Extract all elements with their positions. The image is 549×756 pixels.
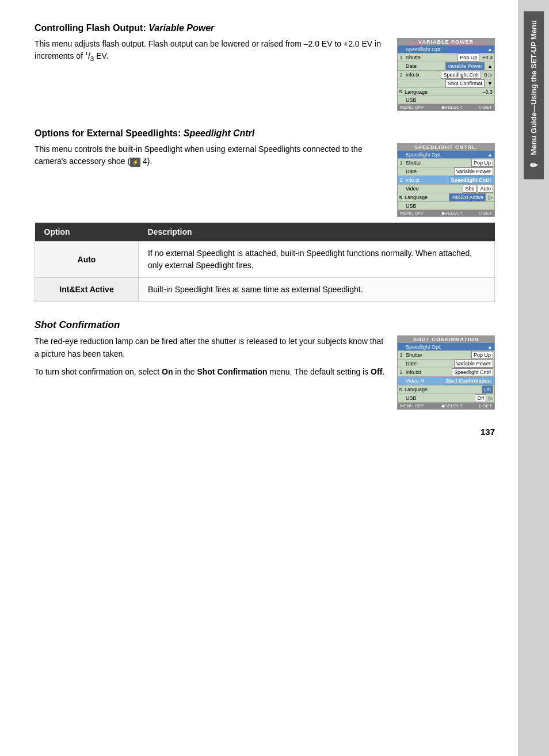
sidebar-tab: ✏ Menu Guide—Using the SET-UP Menu <box>524 12 544 180</box>
vp-row-speedlight: Speedlight Opt. ▲ <box>398 45 494 54</box>
speedlight-text: This menu controls the built-in Speedlig… <box>35 143 386 167</box>
sidebar-label: Menu Guide—Using the SET-UP Menu <box>529 20 538 155</box>
shot-row-2: 2 info.txt Speedlight Cntrl <box>398 368 494 377</box>
shot-screen-title: SHOT CONFIRMATION <box>398 336 494 343</box>
flash-text: This menu adjusts flash output. Flash ou… <box>35 38 386 63</box>
speedlight-option-table: Option Description Auto If no external S… <box>35 223 495 302</box>
shot-row-speedlight: Speedlight Opt. ▲ <box>398 343 494 351</box>
shot-text: The red-eye reduction lamp can be fired … <box>35 335 386 410</box>
description-auto: If no external Speedlight is attached, b… <box>139 242 495 278</box>
speedlight-title-text: Options for External Speedlights: <box>35 128 184 138</box>
vp-row-date: Date Variable Power ▲ <box>398 62 494 71</box>
shot-body: The red-eye reduction lamp can be fired … <box>35 335 495 410</box>
vp-row-language: S Language –0.3 <box>398 88 494 96</box>
shot-row-usb: USB Off ▷ <box>398 394 494 403</box>
flash-title: Controlling Flash Output: Variable Power <box>35 23 495 33</box>
shot-screen: SHOT CONFIRMATION Speedlight Opt. ▲ 1 Sh… <box>397 335 495 410</box>
variable-power-screen: VARIABLE POWER Speedlight Opt. ▲ 1 Shutt… <box>397 38 495 111</box>
shot-row-date: Date Variable Power <box>398 360 494 368</box>
shot-para2: To turn shot confirmation on, select On … <box>35 366 386 379</box>
shot-para1: The red-eye reduction lamp can be fired … <box>35 335 386 360</box>
table-row: Auto If no external Speedlight is attach… <box>35 242 495 278</box>
vp-screen-title: VARIABLE POWER <box>398 39 494 45</box>
shot-row-1: 1 Shutter Pop Up <box>398 351 494 360</box>
speedlight-body-text: This menu controls the built-in Speedlig… <box>35 144 363 166</box>
flash-title-text: Controlling Flash Output: <box>35 23 148 33</box>
accessory-shoe-icon: ⚡ <box>130 158 140 167</box>
shot-row-video: Video M Shot Confirmation <box>398 377 494 385</box>
sc-row-usb: USB <box>398 202 494 210</box>
sc-screen-title: SPEEDLIGHT CNTRL. <box>398 144 494 151</box>
flash-body: This menu adjusts flash output. Flash ou… <box>35 38 495 111</box>
vp-row-usb: USB <box>398 96 494 104</box>
speedlight-title: Options for External Speedlights: Speedl… <box>35 128 495 139</box>
description-intext: Built-in Speedlight fires at same time a… <box>139 278 495 302</box>
speedlight-screen: SPEEDLIGHT CNTRL. Speedlight Opt. ▲ 1 Sh… <box>397 143 495 217</box>
page-number: 137 <box>35 427 495 437</box>
flash-body-end: EV. <box>94 51 108 60</box>
speedlight-section: Options for External Speedlights: Speedl… <box>35 128 495 302</box>
vp-footer: MENU OFF ◆SELECT ▷SET <box>398 104 494 110</box>
speedlight-body: This menu controls the built-in Speedlig… <box>35 143 495 217</box>
speedlight-title-italic: Speedlight Cntrl <box>184 128 255 138</box>
table-header-description: Description <box>139 223 495 242</box>
table-header-option: Option <box>35 223 139 242</box>
sc-row-video: Video Sho Auto <box>398 185 494 193</box>
flash-section: Controlling Flash Output: Variable Power… <box>35 23 495 111</box>
shot-row-language: S Language On <box>398 385 494 394</box>
main-content: Controlling Flash Output: Variable Power… <box>0 0 518 756</box>
sc-row-1: 1 Shutte Pop Up <box>398 159 494 167</box>
option-intext: Int&Ext Active <box>35 278 139 302</box>
speedlight-body-end: 4). <box>140 156 152 166</box>
flash-body-text: This menu adjusts flash output. Flash ou… <box>35 39 381 60</box>
sc-row-2: 2 info.tx Speedlight Cntrl <box>398 176 494 185</box>
vp-row-2: 2 info.tx Speedlight Cntr 0 ▷ <box>398 71 494 79</box>
shot-title: Shot Confirmation <box>35 319 495 331</box>
edit-icon: ✏ <box>528 160 539 171</box>
sc-row-speedlight: Speedlight Opt. ▲ <box>398 151 494 159</box>
sidebar: ✏ Menu Guide—Using the SET-UP Menu <box>518 0 549 756</box>
sc-row-language: S Language Int&Ext Active ▷ <box>398 193 494 202</box>
vp-row-1: 1 Shutte Pop Up +0.3 <box>398 54 494 62</box>
shot-footer: MENU OFF ◆SELECT ▷SET <box>398 403 494 409</box>
vp-row-shot: Shot Confirmat ▼ <box>398 79 494 88</box>
option-auto: Auto <box>35 242 139 278</box>
sc-footer: MENU OFF ◆SELECT ▷SET <box>398 210 494 216</box>
shot-section: Shot Confirmation The red-eye reduction … <box>35 319 495 410</box>
sc-row-date: Date Variable Power <box>398 167 494 176</box>
table-row: Int&Ext Active Built-in Speedlight fires… <box>35 278 495 302</box>
flash-title-italic: Variable Power <box>148 23 214 33</box>
